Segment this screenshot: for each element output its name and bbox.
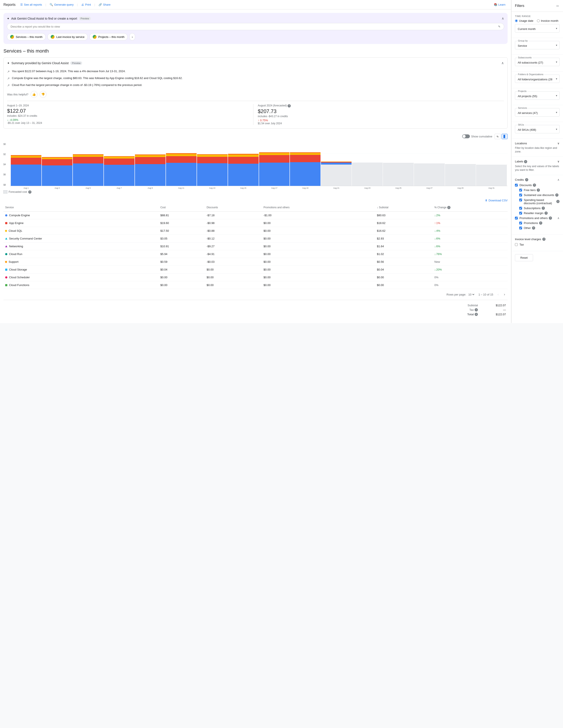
td-change: ↓6% — [433, 235, 508, 243]
credits-help-icon[interactable]: ? — [525, 178, 528, 181]
quick-btn-services[interactable]: Services – this month — [7, 33, 46, 40]
line-chart-button[interactable]: ∿ — [494, 134, 501, 139]
discounts-help-icon[interactable]: ? — [533, 184, 536, 187]
promotions-checkbox[interactable] — [519, 222, 522, 224]
free-tiers-checkbox[interactable] — [519, 189, 522, 191]
quick-btn-projects[interactable]: Projects – this month — [89, 33, 128, 40]
invoice-month-option[interactable]: Invoice month — [537, 19, 558, 22]
table-row: Cloud SQL $17.50 -$0.88 $0.00 $16.62 ↓4% — [3, 227, 508, 235]
promotions-others-checkbox[interactable] — [515, 217, 518, 219]
share-button[interactable]: 🔗 Share — [96, 2, 113, 8]
stat-forecasted-sub: includes -$43.27 in credits — [258, 115, 500, 118]
discounts-checkbox[interactable] — [515, 184, 518, 187]
see-all-reports-button[interactable]: ☰ See all reports — [18, 2, 44, 8]
quick-btn-last-invoice[interactable]: Last invoice by service — [47, 33, 88, 40]
generate-query-button[interactable]: 🔍 Generate query — [47, 2, 76, 8]
download-csv-button[interactable]: ⬇ Download CSV — [485, 199, 508, 202]
show-cumulative-toggle[interactable]: Show cumulative — [462, 134, 492, 138]
bar-forecasted-10 — [321, 165, 352, 186]
other-help-icon[interactable]: ? — [532, 226, 535, 230]
toggle-switch[interactable] — [462, 134, 470, 138]
td-subtotal: $0.00 — [375, 274, 433, 281]
download-row: ⬇ Download CSV — [3, 197, 508, 204]
invoice-charges-help-icon[interactable]: ? — [542, 238, 546, 241]
reseller-help-icon[interactable]: ? — [544, 212, 548, 215]
td-cost: $19.60 — [159, 219, 205, 227]
current-month-select[interactable]: Current month — [515, 25, 559, 32]
time-range-label: Time range — [515, 15, 560, 17]
other-checkbox[interactable] — [519, 227, 522, 229]
td-promos: $0.00 — [262, 266, 375, 274]
promotions-help-icon[interactable]: ? — [539, 221, 542, 225]
th-service: Service — [3, 204, 159, 212]
bar-yellow-8 — [259, 153, 290, 155]
learn-icon: 📚 — [494, 3, 497, 6]
usage-date-radio[interactable] — [515, 19, 518, 22]
projects-container: Projects All projects (55) ▾ — [515, 91, 560, 100]
pagination-next-button[interactable]: › — [503, 292, 506, 297]
invoice-charges-section: Invoice level charges ? Tax — [512, 235, 563, 251]
reset-button[interactable]: Reset — [515, 254, 533, 261]
td-discounts: $0.00 — [205, 281, 262, 289]
sustained-use-checkbox[interactable] — [519, 194, 522, 196]
reset-section: Reset — [512, 251, 563, 264]
subaccounts-select[interactable]: All subaccounts (27) — [515, 59, 559, 66]
usage-date-option[interactable]: Usage date — [515, 19, 533, 22]
credits-title: Credits ? — [515, 178, 528, 181]
forecast-help-icon[interactable]: ? — [288, 104, 291, 107]
group-by-select[interactable]: Service Project SKU — [515, 42, 559, 49]
summary-collapse-button[interactable]: ∧ — [501, 61, 504, 65]
tax-help-icon[interactable]: ? — [475, 308, 478, 311]
table-row: Cloud Run $5.94 -$4.91 $0.00 $1.02 ↓76% — [3, 250, 508, 258]
sidebar-collapse-button[interactable]: ›› — [555, 3, 560, 9]
x-label-12: Aug 25 — [383, 187, 414, 189]
quick-btn-more[interactable]: › — [129, 33, 135, 40]
reseller-checkbox[interactable] — [519, 212, 522, 215]
service-name: Networking — [9, 245, 23, 248]
bar-blue-1 — [42, 165, 72, 186]
bar-group-8 — [259, 143, 290, 186]
rows-per-page-select[interactable]: 10 25 50 — [468, 293, 475, 296]
thumbs-up-button[interactable]: 👍 — [31, 91, 37, 98]
promotions-collapse-icon[interactable]: ∧ — [557, 216, 560, 220]
promotions-others-help-icon[interactable]: ? — [549, 216, 552, 220]
sustained-use-help-icon[interactable]: ? — [555, 193, 558, 197]
skus-select[interactable]: All SKUs (408) — [515, 126, 559, 133]
free-tiers-help-icon[interactable]: ? — [537, 188, 540, 192]
labels-help-icon[interactable]: ? — [524, 160, 527, 163]
thumbs-down-button[interactable]: 👎 — [40, 91, 47, 98]
print-button[interactable]: 🖨 Print — [79, 2, 93, 8]
invoice-month-radio[interactable] — [537, 19, 540, 22]
projects-select[interactable]: All projects (55) — [515, 92, 559, 100]
services-container: Services All services (47) ▾ — [515, 108, 560, 117]
change-value: ↓2% — [434, 214, 506, 217]
forecasted-help-icon[interactable]: ? — [28, 190, 31, 194]
gemini-submit-icon[interactable]: ✎ — [498, 25, 501, 28]
credits-collapse-icon[interactable]: ∧ — [557, 178, 560, 181]
x-label-3: Aug 7 — [104, 187, 134, 189]
labels-header[interactable]: Labels ? ∨ — [515, 160, 560, 163]
arrow-down-icon: ↓ — [434, 268, 436, 271]
subscriptions-checkbox[interactable] — [519, 207, 522, 210]
th-subtotal[interactable]: ↓ Subtotal — [375, 204, 433, 212]
locations-header[interactable]: Locations ∨ — [515, 142, 560, 145]
spending-based-checkbox[interactable] — [519, 199, 522, 201]
tax-checkbox[interactable] — [515, 243, 518, 246]
gemini-collapse-button[interactable]: ∧ — [502, 16, 504, 20]
time-range-radio-row: Usage date Invoice month — [515, 19, 560, 22]
folders-select[interactable]: All folders/organizations (28) — [515, 76, 559, 83]
td-promos: $0.00 — [262, 274, 375, 281]
spending-based-help-icon[interactable]: ? — [556, 200, 560, 203]
bar-chart-button[interactable]: ▊ — [502, 134, 508, 139]
change-help-icon[interactable]: ? — [447, 206, 451, 209]
arrow-up-icon: ↑ — [434, 221, 436, 225]
gemini-search-input[interactable] — [11, 25, 498, 28]
learn-button[interactable]: 📚 Learn — [492, 2, 508, 8]
pagination-range: 1 – 10 of 15 — [479, 293, 493, 296]
subscriptions-help-icon[interactable]: ? — [542, 207, 545, 210]
total-help-icon[interactable]: ? — [475, 313, 478, 316]
services-select[interactable]: All services (47) — [515, 109, 559, 116]
pagination-prev-button[interactable]: ‹ — [497, 292, 499, 297]
bar-chart: $8 $6 $4 $2 $0 Aug 1Aug 3Aug 5Aug 7Aug 9… — [3, 141, 508, 189]
total-amount: $122.07 — [491, 313, 506, 316]
